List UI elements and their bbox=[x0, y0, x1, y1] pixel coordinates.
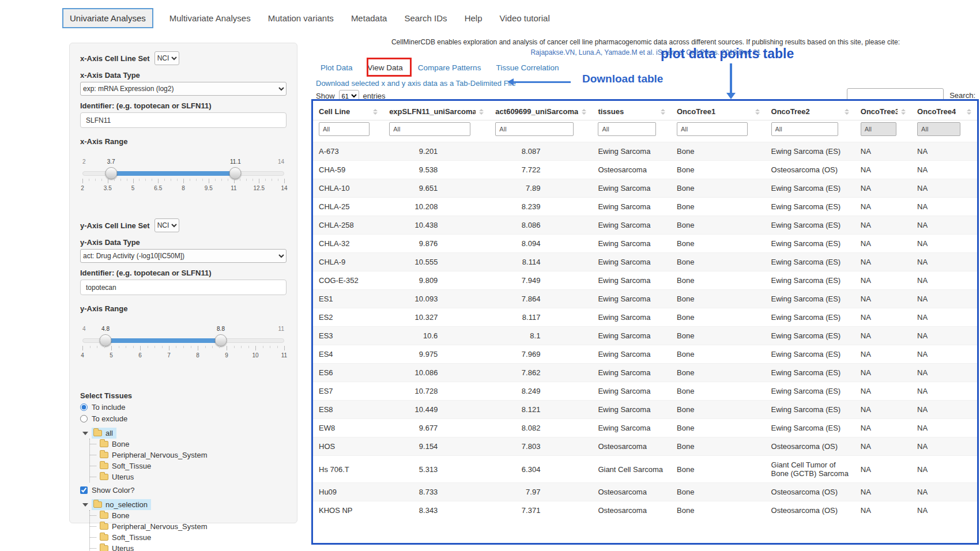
caret-down-icon[interactable] bbox=[82, 503, 88, 507]
citation-link[interactable]: Rajapakse.VN, Luna.A, Yamade.M et al. iS… bbox=[314, 48, 977, 56]
table-row-cha-59[interactable]: CHA-599.5387.722OsteosarcomaBoneOsteosar… bbox=[313, 161, 977, 179]
table-cell: Ewing Sarcoma bbox=[592, 327, 671, 345]
tab-plot-data[interactable]: Plot Data bbox=[321, 63, 353, 72]
table-row-es1[interactable]: ES110.0937.864Ewing SarcomaBoneEwing Sar… bbox=[313, 290, 977, 308]
tree-root-no-selection[interactable]: no_selection bbox=[82, 499, 287, 510]
table-row-a-673[interactable]: A-6739.2018.087Ewing SarcomaBoneEwing Sa… bbox=[313, 142, 977, 161]
download-link[interactable]: Download selected x and y axis data as a… bbox=[316, 79, 516, 88]
table-row-es3[interactable]: ES310.68.1Ewing SarcomaBoneEwing Sarcoma… bbox=[313, 327, 977, 345]
table-row-khos-np[interactable]: KHOS NP8.3437.371OsteosarcomaBoneOsteosa… bbox=[313, 501, 977, 520]
caret-down-icon[interactable] bbox=[82, 432, 88, 435]
x-cell-line-set-select[interactable]: NCI bbox=[154, 51, 179, 65]
sort-icon[interactable] bbox=[967, 109, 971, 115]
table-row-cog-e-352[interactable]: COG-E-3529.8097.949Ewing SarcomaBoneEwin… bbox=[313, 271, 977, 290]
tree-item-bone[interactable]: Bone bbox=[90, 439, 287, 450]
show-color-option[interactable]: Show Color? bbox=[80, 486, 287, 495]
table-row-hu09[interactable]: Hu098.7337.97OsteosarcomaBoneOsteosarcom… bbox=[313, 483, 977, 501]
table-row-chla-25[interactable]: CHLA-2510.2088.239Ewing SarcomaBoneEwing… bbox=[313, 198, 977, 216]
to-include-option[interactable]: To include bbox=[80, 403, 287, 412]
nav-tab-metadata[interactable]: Metadata bbox=[350, 9, 389, 28]
slider-handle-from[interactable] bbox=[105, 167, 117, 179]
x-identifier-input[interactable] bbox=[80, 112, 287, 128]
filter-input-tissues[interactable] bbox=[598, 122, 655, 136]
table-row-hos[interactable]: HOS9.1547.803OsteosarcomaBoneOsteosarcom… bbox=[313, 437, 977, 456]
sort-icon[interactable] bbox=[373, 109, 378, 115]
tree-root-all[interactable]: all bbox=[82, 428, 287, 439]
y-identifier-input[interactable] bbox=[80, 280, 287, 295]
sort-icon[interactable] bbox=[661, 109, 665, 115]
tab-compare-patterns[interactable]: Compare Patterns bbox=[418, 63, 481, 72]
filter-input-cell-line[interactable] bbox=[319, 122, 370, 136]
to-exclude-radio[interactable] bbox=[80, 415, 88, 422]
table-cell: NA bbox=[911, 456, 977, 483]
nav-tab-multivariate-analyses[interactable]: Multivariate Analyses bbox=[168, 9, 252, 28]
nav-tab-mutation-variants[interactable]: Mutation variants bbox=[267, 9, 335, 28]
tree-item-label: Bone bbox=[112, 440, 129, 448]
table-row-chla-9[interactable]: CHLA-910.5558.114Ewing SarcomaBoneEwing … bbox=[313, 253, 977, 271]
filter-input-oncotree3[interactable] bbox=[861, 122, 897, 136]
slider-handle-to[interactable] bbox=[215, 334, 227, 346]
y-data-type-select[interactable]: act: Drug Activity (-log10[IC50M]) bbox=[80, 249, 287, 263]
to-exclude-option[interactable]: To exclude bbox=[80, 414, 287, 423]
column-header-oncotree3[interactable]: OncoTree3 bbox=[855, 101, 911, 120]
sort-icon[interactable] bbox=[845, 109, 849, 115]
table-cell: EW8 bbox=[313, 419, 383, 437]
sort-icon[interactable] bbox=[901, 109, 906, 115]
sort-icon[interactable] bbox=[582, 109, 586, 115]
column-header-tissues[interactable]: tissues bbox=[592, 101, 671, 120]
y-range-label: y-Axis Range bbox=[80, 304, 287, 313]
y-cell-line-set-select[interactable]: NCI bbox=[154, 218, 179, 232]
tree-item-peripheral-nervous-system[interactable]: Peripheral_Nervous_System bbox=[90, 450, 287, 461]
tree-item-soft-tissue[interactable]: Soft_Tissue bbox=[90, 461, 287, 471]
y-data-type-label: y-Axis Data Type bbox=[80, 238, 287, 247]
table-row-es8[interactable]: ES810.4498.121Ewing SarcomaBoneEwing Sar… bbox=[313, 401, 977, 419]
tree-connector bbox=[90, 515, 96, 516]
table-row-hs-706-t[interactable]: Hs 706.T5.3136.304Giant Cell SarcomaBone… bbox=[313, 456, 977, 483]
sort-icon[interactable] bbox=[755, 109, 760, 115]
column-header-oncotree1[interactable]: OncoTree1 bbox=[671, 101, 766, 120]
filter-input-act609699-unisarcoma[interactable] bbox=[495, 122, 574, 136]
tree-item-peripheral-nervous-system[interactable]: Peripheral_Nervous_System bbox=[90, 521, 287, 532]
column-header-act609699-unisarcoma[interactable]: act609699_uniSarcoma bbox=[489, 101, 592, 120]
column-header-label: Cell Line bbox=[319, 107, 350, 116]
y-range-slider[interactable]: 4 11 4.8 8.8 4567891011 bbox=[82, 327, 284, 363]
column-header-expslfn11-unisarcoma[interactable]: expSLFN11_uniSarcoma bbox=[383, 101, 489, 120]
tree-connector bbox=[90, 466, 96, 466]
tree-item-bone[interactable]: Bone bbox=[90, 510, 287, 521]
slider-handle-to[interactable] bbox=[229, 167, 242, 179]
table-row-es7[interactable]: ES710.7288.249Ewing SarcomaBoneEwing Sar… bbox=[313, 382, 977, 401]
table-cell: Ewing Sarcoma (ES) bbox=[766, 327, 855, 345]
tree-item-label: Uterus bbox=[112, 544, 134, 551]
column-header-cell-line[interactable]: Cell Line bbox=[313, 101, 383, 120]
x-range-slider[interactable]: 2 14 3.7 11.1 23.556.589.51112.514 bbox=[82, 160, 284, 195]
nav-tab-help[interactable]: Help bbox=[463, 9, 484, 28]
to-include-radio[interactable] bbox=[80, 403, 88, 411]
tab-tissue-correlation[interactable]: Tissue Correlation bbox=[496, 63, 559, 72]
column-header-oncotree4[interactable]: OncoTree4 bbox=[911, 101, 977, 120]
table-row-es2[interactable]: ES210.3278.117Ewing SarcomaBoneEwing Sar… bbox=[313, 308, 977, 327]
table-row-chla-258[interactable]: CHLA-25810.4388.086Ewing SarcomaBoneEwin… bbox=[313, 216, 977, 235]
tree-item-uterus[interactable]: Uterus bbox=[90, 543, 287, 551]
table-cell: Ewing Sarcoma bbox=[592, 216, 671, 235]
tree-item-soft-tissue[interactable]: Soft_Tissue bbox=[90, 532, 287, 543]
nav-tab-univariate-analyses[interactable]: Univariate Analyses bbox=[62, 8, 153, 28]
slider-handle-from[interactable] bbox=[100, 334, 112, 346]
table-row-chla-32[interactable]: CHLA-329.8768.094Ewing SarcomaBoneEwing … bbox=[313, 235, 977, 253]
column-header-oncotree2[interactable]: OncoTree2 bbox=[766, 101, 855, 120]
sort-icon[interactable] bbox=[479, 109, 484, 115]
table-row-ew8[interactable]: EW89.6778.082Ewing SarcomaBoneEwing Sarc… bbox=[313, 419, 977, 437]
table-row-es6[interactable]: ES610.0867.862Ewing SarcomaBoneEwing Sar… bbox=[313, 364, 977, 382]
nav-tab-video-tutorial[interactable]: Video tutorial bbox=[498, 9, 551, 28]
filter-input-expslfn11-unisarcoma[interactable] bbox=[389, 122, 470, 136]
tree-item-uterus[interactable]: Uterus bbox=[90, 471, 287, 482]
nav-tab-search-ids[interactable]: Search IDs bbox=[403, 9, 448, 28]
filter-input-oncotree1[interactable] bbox=[677, 122, 748, 136]
table-cell: Ewing Sarcoma (ES) bbox=[766, 198, 855, 216]
table-row-chla-10[interactable]: CHLA-109.6517.89Ewing SarcomaBoneEwing S… bbox=[313, 179, 977, 198]
filter-input-oncotree4[interactable] bbox=[917, 122, 960, 136]
folder-icon bbox=[93, 501, 102, 508]
filter-input-oncotree2[interactable] bbox=[771, 122, 838, 136]
show-color-checkbox[interactable] bbox=[80, 486, 88, 494]
table-row-es4[interactable]: ES49.9757.969Ewing SarcomaBoneEwing Sarc… bbox=[313, 345, 977, 364]
x-data-type-select[interactable]: exp: mRNA Expression (log2) bbox=[80, 82, 287, 96]
